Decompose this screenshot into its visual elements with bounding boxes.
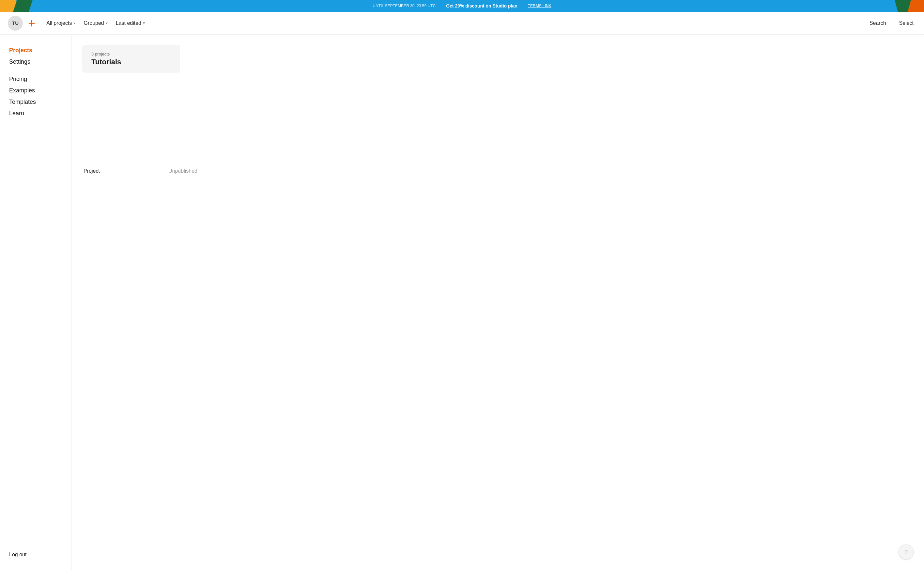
app-body: Projects Settings Pricing Examples Templ… <box>0 35 924 570</box>
new-project-button[interactable]: + <box>28 17 35 29</box>
sidebar-item-pricing[interactable]: Pricing <box>8 74 64 84</box>
sidebar-item-templates[interactable]: Templates <box>8 97 64 107</box>
header-right: Search Select <box>867 18 916 28</box>
sidebar-divider <box>8 68 64 73</box>
banner-content: UNTIL SEPTEMBER 30, 23:59 UTC Get 20% di… <box>373 3 551 9</box>
sidebar-templates-label: Templates <box>9 99 36 105</box>
grouped-label: Grouped <box>84 20 104 26</box>
sidebar-item-settings[interactable]: Settings <box>8 57 64 67</box>
group-title: Tutorials <box>92 58 171 66</box>
sidebar-projects-label: Projects <box>9 47 32 54</box>
sidebar-item-examples[interactable]: Examples <box>8 85 64 96</box>
sidebar-settings-label: Settings <box>9 58 31 65</box>
main-header: TU + All projects ∨ Grouped ∨ Last edite… <box>0 12 924 35</box>
plus-icon: + <box>28 17 35 29</box>
avatar[interactable]: TU <box>8 16 23 31</box>
banner-right-decor <box>885 0 924 12</box>
project-list-area: Project Unpublished <box>82 164 913 178</box>
banner-terms-link[interactable]: TERMS LINK <box>528 4 551 8</box>
sidebar-examples-label: Examples <box>9 87 35 94</box>
header-nav: All projects ∨ Grouped ∨ Last edited ∨ <box>43 18 148 28</box>
sidebar-main-nav: Projects Settings Pricing Examples Templ… <box>8 45 64 119</box>
tutorials-group-card[interactable]: 3 projects Tutorials <box>82 45 180 73</box>
select-button[interactable]: Select <box>897 18 916 28</box>
project-status: Unpublished <box>168 168 197 174</box>
grouped-chevron: ∨ <box>105 21 108 25</box>
table-row[interactable]: Project Unpublished <box>82 164 913 178</box>
all-projects-label: All projects <box>46 20 72 26</box>
grouped-dropdown[interactable]: Grouped ∨ <box>80 18 111 28</box>
banner-left-decor <box>0 0 39 12</box>
help-icon: ? <box>904 549 908 556</box>
group-project-count: 3 projects <box>92 52 171 57</box>
last-edited-label: Last edited <box>116 20 141 26</box>
all-projects-chevron: ∨ <box>73 21 76 25</box>
search-button[interactable]: Search <box>867 18 889 28</box>
sidebar-item-learn[interactable]: Learn <box>8 108 64 119</box>
main-content: 3 projects Tutorials Project Unpublished <box>72 35 924 570</box>
all-projects-dropdown[interactable]: All projects ∨ <box>43 18 79 28</box>
last-edited-chevron: ∨ <box>143 21 145 25</box>
banner-until-text: UNTIL SEPTEMBER 30, 23:59 UTC <box>373 4 435 8</box>
last-edited-dropdown[interactable]: Last edited ∨ <box>113 18 148 28</box>
sidebar-item-projects[interactable]: Projects <box>8 45 64 56</box>
help-button[interactable]: ? <box>898 544 913 559</box>
sidebar: Projects Settings Pricing Examples Templ… <box>0 35 72 570</box>
sidebar-learn-label: Learn <box>9 110 24 116</box>
logout-button[interactable]: Log out <box>8 550 64 559</box>
promo-banner: UNTIL SEPTEMBER 30, 23:59 UTC Get 20% di… <box>0 0 924 12</box>
banner-cta-text: Get 20% discount on Studio plan <box>446 3 518 9</box>
project-name: Project <box>84 168 123 174</box>
sidebar-pricing-label: Pricing <box>9 76 27 82</box>
